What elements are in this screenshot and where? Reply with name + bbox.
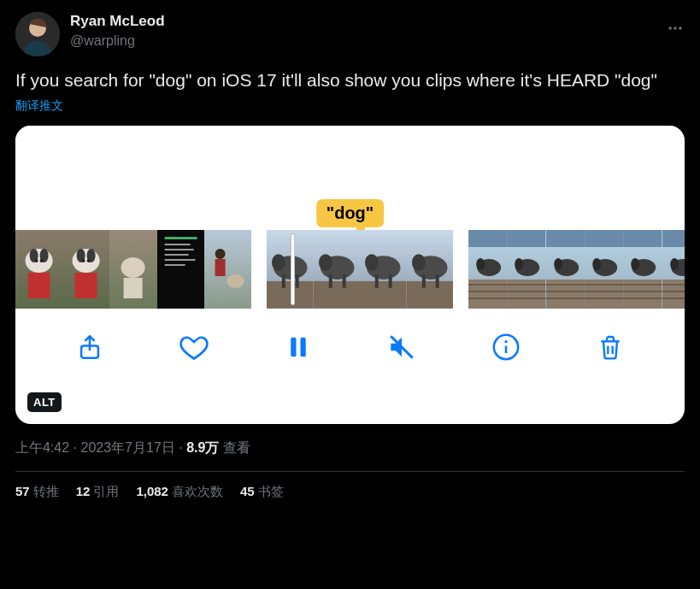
clip-group-2[interactable] [267, 230, 453, 309]
info-button[interactable] [487, 328, 525, 366]
clip-frame [585, 230, 623, 309]
divider [15, 471, 685, 472]
share-icon [75, 333, 104, 362]
svg-rect-47 [435, 274, 438, 288]
svg-rect-48 [468, 230, 507, 247]
svg-rect-24 [164, 264, 185, 266]
svg-point-14 [82, 259, 85, 262]
clip-frame [62, 230, 109, 309]
avatar[interactable] [15, 12, 60, 56]
mute-button[interactable] [383, 328, 421, 366]
tweet-text: If you search for "dog" on iOS 17 it'll … [15, 68, 685, 92]
bookmarks-stat[interactable]: 45书签 [240, 484, 284, 500]
tweet-date[interactable]: 2023年7月17日 [80, 440, 174, 455]
share-button[interactable] [71, 328, 109, 366]
svg-rect-83 [662, 230, 685, 247]
media-card[interactable]: "dog" [15, 126, 685, 424]
svg-rect-37 [342, 274, 345, 288]
clip-group-1[interactable] [15, 230, 251, 309]
translate-link[interactable]: 翻译推文 [15, 98, 63, 114]
clip-frame [314, 230, 361, 309]
svg-point-82 [631, 258, 639, 270]
svg-rect-36 [328, 274, 332, 288]
svg-rect-43 [407, 281, 454, 309]
display-name[interactable]: Ryan McLeod [70, 12, 165, 32]
svg-rect-33 [314, 281, 361, 309]
svg-point-89 [670, 258, 679, 270]
svg-point-68 [554, 258, 562, 270]
playhead[interactable] [291, 233, 295, 305]
svg-rect-76 [623, 230, 662, 247]
clip-frame [204, 230, 251, 309]
avatar-image [15, 12, 60, 56]
clip-frame [507, 230, 545, 309]
pause-icon [285, 334, 311, 360]
heart-icon [179, 332, 209, 362]
svg-point-30 [272, 255, 285, 272]
svg-rect-69 [585, 230, 623, 247]
alt-badge[interactable]: ALT [27, 392, 62, 412]
svg-rect-31 [282, 274, 285, 288]
svg-rect-38 [360, 281, 407, 309]
svg-point-3 [674, 27, 676, 29]
svg-point-54 [476, 258, 485, 270]
trash-icon [597, 333, 624, 361]
clip-frame [157, 230, 204, 309]
quotes-stat[interactable]: 12引用 [76, 484, 120, 500]
pause-button[interactable] [279, 328, 317, 366]
svg-rect-62 [546, 230, 585, 247]
video-timeline[interactable] [15, 230, 685, 309]
svg-point-75 [592, 258, 601, 270]
media-toolbar [15, 309, 685, 386]
info-icon [491, 333, 521, 362]
clip-group-3[interactable] [468, 230, 685, 309]
svg-point-8 [35, 259, 38, 262]
svg-point-4 [679, 27, 681, 29]
svg-rect-42 [389, 274, 392, 288]
tweet-time[interactable]: 上午4:42 [15, 440, 69, 455]
svg-rect-41 [375, 274, 379, 288]
svg-point-5 [26, 249, 53, 273]
handle[interactable]: @warpling [70, 32, 165, 50]
svg-rect-16 [75, 273, 97, 298]
svg-rect-18 [124, 278, 143, 298]
svg-point-15 [87, 259, 91, 262]
svg-rect-10 [28, 273, 50, 298]
svg-rect-46 [421, 274, 425, 288]
clip-frame [546, 230, 585, 309]
svg-rect-26 [215, 259, 225, 276]
more-button[interactable] [661, 14, 690, 43]
svg-point-40 [365, 255, 379, 272]
svg-point-11 [73, 249, 100, 273]
clip-frame [623, 230, 662, 309]
tweet-header: Ryan McLeod @warpling [15, 12, 685, 56]
svg-point-35 [318, 255, 332, 272]
views-label: 查看 [223, 440, 250, 455]
svg-rect-23 [164, 259, 195, 261]
more-icon [667, 20, 684, 37]
search-tag: "dog" [316, 199, 385, 227]
svg-rect-21 [164, 249, 193, 250]
tweet-container: Ryan McLeod @warpling If you search for … [0, 0, 700, 500]
tweet-stats: 57转推 12引用 1,082喜欢次数 45书签 [15, 484, 685, 500]
svg-rect-19 [164, 237, 197, 239]
trash-button[interactable] [591, 328, 629, 366]
svg-rect-20 [164, 244, 190, 245]
svg-point-2 [669, 27, 672, 29]
svg-point-9 [40, 259, 44, 262]
mute-icon [387, 333, 416, 362]
svg-rect-91 [291, 338, 296, 357]
likes-stat[interactable]: 1,082喜欢次数 [136, 484, 223, 500]
svg-point-25 [215, 249, 225, 259]
clip-frame [468, 230, 507, 309]
clip-frame [407, 230, 454, 309]
clip-frame [662, 230, 685, 309]
retweets-stat[interactable]: 57转推 [15, 484, 59, 500]
clip-frame [15, 230, 62, 309]
meta-line: 上午4:42 · 2023年7月17日 · 8.9万 查看 [15, 439, 685, 457]
svg-rect-92 [300, 338, 305, 357]
like-button[interactable] [175, 328, 213, 366]
svg-point-45 [411, 255, 425, 272]
svg-rect-55 [507, 230, 545, 247]
views-count: 8.9万 [186, 440, 219, 455]
